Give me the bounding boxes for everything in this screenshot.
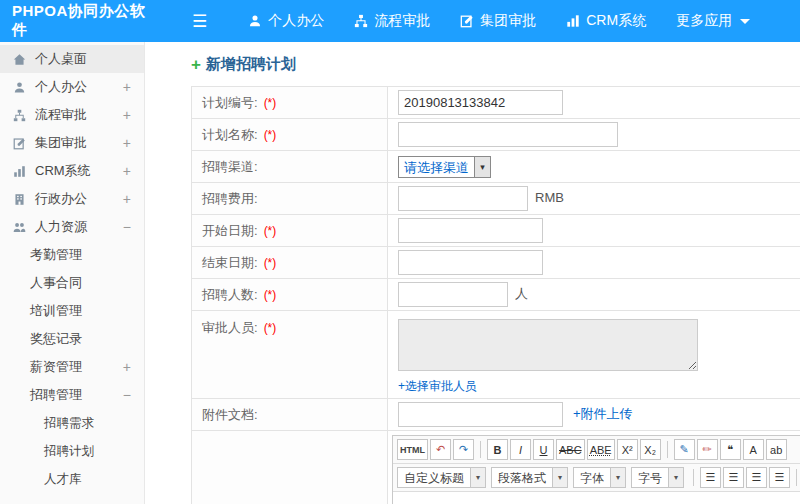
paragraph-format-select[interactable]: 段落格式 ▾ <box>491 467 568 488</box>
abe-format-button[interactable]: ABE <box>587 439 615 460</box>
app-logo[interactable]: PHPOA协同办公软件 <box>0 2 168 40</box>
form-row-attachment: 附件文档: +附件上传 <box>192 399 800 431</box>
sidebar-item-recruitment-mgmt[interactable]: 招聘管理 − <box>0 381 144 409</box>
nav-crm-system[interactable]: CRM系统 <box>551 0 661 42</box>
align-right-button[interactable]: ☰ <box>746 467 767 488</box>
editor-toolbar-row2: 自定义标题 ▾ 段落格式 ▾ 字体 ▾ <box>393 464 800 492</box>
sidebar-item-desktop[interactable]: 个人桌面 <box>0 45 144 73</box>
nav-label: 集团审批 <box>480 12 536 30</box>
page-title: +新增招聘计划 <box>191 55 800 75</box>
plan-no-input[interactable] <box>398 90 563 115</box>
field-label: 附件文档: <box>202 407 258 422</box>
label-cell <box>192 431 388 504</box>
label-cell: 开始日期:(*) <box>192 215 388 247</box>
form-row-start-date: 开始日期:(*) <box>192 215 800 247</box>
editor-toolbar-row1: HTML ↶ ↷ B I U ABC ABE X² X₂ ✎ <box>393 436 800 464</box>
underline-button[interactable]: U <box>533 439 554 460</box>
nav-workflow-approval[interactable]: 流程审批 <box>339 0 445 42</box>
field-cell <box>388 215 800 247</box>
label-cell: 附件文档: <box>192 399 388 431</box>
attachment-input[interactable] <box>398 402 563 427</box>
caret-down-icon: ▾ <box>474 157 490 177</box>
expand-toggle[interactable]: − <box>123 220 131 234</box>
sidebar-item-hr[interactable]: 人力资源 − <box>0 213 144 241</box>
undo-button[interactable]: ↶ <box>430 439 451 460</box>
channel-select[interactable]: 请选择渠道 ▾ <box>398 156 491 178</box>
format-painter-icon[interactable]: ✎ <box>674 439 695 460</box>
expand-toggle[interactable]: + <box>123 164 131 178</box>
label-cell: 招聘人数:(*) <box>192 279 388 311</box>
sidebar-item-label: 人才库 <box>44 471 144 488</box>
recruitment-plan-form: 计划编号:(*) 计划名称:(*) 招聘渠道: <box>191 86 800 504</box>
subscript-button[interactable]: X₂ <box>640 439 661 460</box>
sidebar-item-salary[interactable]: 薪资管理 + <box>0 353 144 381</box>
strikethrough-button[interactable]: ABC <box>556 439 585 460</box>
sidebar-item-training[interactable]: 培训管理 <box>0 297 144 325</box>
align-justify-button[interactable]: ☰ <box>769 467 790 488</box>
sidebar-item-label: 招聘计划 <box>44 443 144 460</box>
nav-label: 流程审批 <box>374 12 430 30</box>
form-row-approver: 审批人员:(*) +选择审批人员 <box>192 311 800 399</box>
sidebar-item-admin-office[interactable]: 行政办公 + <box>0 185 144 213</box>
sidebar-item-label: 招聘需求 <box>44 415 144 432</box>
attachment-upload-link[interactable]: +附件上传 <box>573 406 633 421</box>
start-date-input[interactable] <box>398 218 543 243</box>
label-cell: 结束日期:(*) <box>192 247 388 279</box>
expand-toggle[interactable]: + <box>123 360 131 374</box>
italic-button[interactable]: I <box>510 439 531 460</box>
label-cell: 审批人员:(*) <box>192 311 388 399</box>
building-icon <box>13 193 29 206</box>
html-source-button[interactable]: HTML <box>397 439 428 460</box>
editor-cell: HTML ↶ ↷ B I U ABC ABE X² X₂ ✎ <box>388 431 800 504</box>
hamburger-menu-icon[interactable]: ☰ <box>178 11 221 32</box>
align-left-button[interactable]: ☰ <box>700 467 721 488</box>
headcount-input[interactable] <box>398 282 508 307</box>
background-color-button[interactable]: ab <box>766 439 787 460</box>
expand-toggle[interactable]: − <box>123 388 131 402</box>
expand-toggle[interactable]: + <box>123 80 131 94</box>
nav-personal-office[interactable]: 个人办公 <box>233 0 339 42</box>
sidebar-item-personal-office[interactable]: 个人办公 + <box>0 73 144 101</box>
sidebar-item-rewards[interactable]: 奖惩记录 <box>0 325 144 353</box>
editor-content-area[interactable] <box>393 492 800 504</box>
choose-approver-link[interactable]: +选择审批人员 <box>398 378 477 395</box>
highlight-pen-icon[interactable]: ✏ <box>697 439 718 460</box>
nav-label: CRM系统 <box>586 12 646 30</box>
plan-name-input[interactable] <box>398 122 618 147</box>
field-label: 计划名称: <box>202 127 258 142</box>
blockquote-button[interactable]: ❝ <box>720 439 741 460</box>
fee-input[interactable] <box>398 186 528 211</box>
align-center-button[interactable]: ☰ <box>723 467 744 488</box>
sidebar-item-recruitment-demand[interactable]: 招聘需求 <box>0 409 144 437</box>
sidebar-item-attendance[interactable]: 考勤管理 <box>0 241 144 269</box>
paragraph-format-value: 段落格式 <box>492 468 552 487</box>
expand-toggle[interactable]: + <box>123 192 131 206</box>
topbar: PHPOA协同办公软件 ☰ 个人办公 流程审批 集团审批 <box>0 0 800 42</box>
sidebar-item-recruitment-plan[interactable]: 招聘计划 <box>0 437 144 465</box>
sidebar-item-crm[interactable]: CRM系统 + <box>0 157 144 185</box>
custom-heading-select[interactable]: 自定义标题 ▾ <box>397 467 486 488</box>
bold-button[interactable]: B <box>487 439 508 460</box>
field-label: 招聘费用: <box>202 191 258 206</box>
superscript-button[interactable]: X² <box>617 439 638 460</box>
expand-toggle[interactable]: + <box>123 108 131 122</box>
font-size-select[interactable]: 字号 ▾ <box>631 467 684 488</box>
nav-more-apps[interactable]: 更多应用 <box>661 0 765 42</box>
end-date-input[interactable] <box>398 250 543 275</box>
redo-button[interactable]: ↷ <box>453 439 474 460</box>
field-cell: 人 <box>388 279 800 311</box>
nav-group-approval[interactable]: 集团审批 <box>445 0 551 42</box>
font-color-button[interactable]: A <box>743 439 764 460</box>
sidebar-item-workflow[interactable]: 流程审批 + <box>0 101 144 129</box>
font-family-select[interactable]: 字体 ▾ <box>573 467 626 488</box>
form-row-plan-no: 计划编号:(*) <box>192 87 800 119</box>
sidebar-item-group-approval[interactable]: 集团审批 + <box>0 129 144 157</box>
approver-textarea[interactable] <box>398 319 698 371</box>
rich-text-editor: HTML ↶ ↷ B I U ABC ABE X² X₂ ✎ <box>392 435 800 504</box>
sidebar-item-hr-contract[interactable]: 人事合同 <box>0 269 144 297</box>
required-mark: (*) <box>264 288 277 302</box>
field-cell <box>388 87 800 119</box>
sidebar-item-talent-pool[interactable]: 人才库 <box>0 465 144 493</box>
expand-toggle[interactable]: + <box>123 136 131 150</box>
person-icon <box>248 14 262 28</box>
